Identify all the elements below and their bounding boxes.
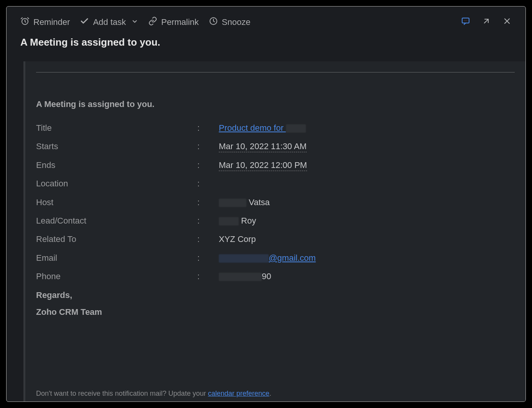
toolbar: Reminder Add task — [20, 16, 512, 28]
row-title: Title : Product demo for — [36, 123, 515, 133]
snooze-button[interactable]: Snooze — [209, 16, 251, 28]
details-table: Title : Product demo for Starts : Mar 10… — [36, 123, 515, 282]
colon: : — [197, 179, 219, 189]
redacted — [219, 254, 269, 263]
add-task-group: Add task — [80, 16, 138, 28]
email-preview-window: Reminder Add task — [6, 6, 526, 402]
colon: : — [197, 271, 219, 281]
row-ends: Ends : Mar 10, 2022 12:00 PM — [36, 160, 515, 170]
email-subject: A Meeting is assigned to you. — [20, 36, 512, 48]
toolbar-right — [461, 16, 512, 28]
label-host: Host — [36, 197, 197, 207]
value-ends: Mar 10, 2022 12:00 PM — [219, 160, 307, 170]
link-icon — [148, 16, 157, 28]
body-heading: A Meeting is assigned to you. — [36, 99, 515, 109]
email-inner: A Meeting is assigned to you. Title : Pr… — [36, 76, 515, 317]
label-lead-contact: Lead/Contact — [36, 216, 197, 226]
value-phone: 90 — [219, 271, 271, 281]
value-host: Vatsa — [219, 197, 270, 207]
redacted — [286, 124, 306, 133]
value-title: Product demo for — [219, 123, 306, 133]
reminder-button[interactable]: Reminder — [20, 16, 70, 28]
colon: : — [197, 160, 219, 170]
label-title: Title — [36, 123, 197, 133]
svg-point-3 — [464, 20, 464, 21]
row-related-to: Related To : XYZ Corp — [36, 234, 515, 244]
signoff: Regards, — [36, 290, 515, 300]
value-related-to: XYZ Corp — [219, 234, 256, 244]
value-starts: Mar 10, 2022 11:30 AM — [219, 141, 307, 151]
svg-point-5 — [466, 20, 467, 21]
email-link[interactable]: @gmail.com — [219, 253, 316, 263]
reminder-label: Reminder — [33, 17, 70, 27]
colon: : — [197, 234, 219, 244]
label-email: Email — [36, 253, 197, 263]
label-location: Location — [36, 179, 197, 189]
comment-icon — [461, 16, 470, 28]
label-related-to: Related To — [36, 234, 197, 244]
colon: : — [197, 141, 219, 151]
arrow-up-right-icon — [482, 16, 491, 28]
check-icon — [80, 16, 89, 28]
add-task-button[interactable]: Add task — [80, 16, 126, 28]
add-task-label: Add task — [93, 17, 126, 27]
value-email: @gmail.com — [219, 253, 316, 263]
snooze-label: Snooze — [222, 17, 251, 27]
signoff-team: Zoho CRM Team — [36, 307, 515, 317]
colon: : — [197, 216, 219, 226]
toolbar-left: Reminder Add task — [20, 16, 451, 28]
alarm-icon — [20, 16, 30, 28]
colon: : — [197, 197, 219, 207]
clock-icon — [209, 16, 218, 28]
value-lead-contact: Roy — [219, 216, 256, 226]
row-host: Host : Vatsa — [36, 197, 515, 207]
row-lead-contact: Lead/Contact : Roy — [36, 216, 515, 226]
open-external-button[interactable] — [482, 16, 491, 28]
chevron-down-icon — [131, 17, 138, 27]
close-button[interactable] — [502, 16, 512, 28]
footer-period: . — [269, 390, 271, 397]
comment-button[interactable] — [461, 16, 470, 28]
label-phone: Phone — [36, 271, 197, 281]
redacted — [219, 273, 262, 281]
permalink-button[interactable]: Permalink — [148, 16, 199, 28]
divider — [36, 72, 515, 72]
label-starts: Starts — [36, 141, 197, 151]
row-location: Location : — [36, 179, 515, 189]
footer: Don't want to receive this notification … — [36, 379, 515, 401]
colon: : — [197, 123, 219, 133]
close-icon — [502, 16, 512, 28]
email-body: A Meeting is assigned to you. Title : Pr… — [23, 61, 525, 401]
redacted — [219, 199, 246, 207]
permalink-label: Permalink — [161, 17, 199, 27]
row-phone: Phone : 90 — [36, 271, 515, 281]
redacted — [219, 217, 239, 225]
svg-point-4 — [465, 20, 466, 21]
calendar-preference-link[interactable]: calendar preference — [208, 390, 269, 397]
meeting-title-link[interactable]: Product demo for — [219, 123, 306, 133]
label-ends: Ends — [36, 160, 197, 170]
footer-text: Don't want to receive this notification … — [36, 390, 208, 397]
row-email: Email : @gmail.com — [36, 253, 515, 263]
colon: : — [197, 253, 219, 263]
row-starts: Starts : Mar 10, 2022 11:30 AM — [36, 141, 515, 151]
add-task-dropdown[interactable] — [131, 17, 138, 27]
